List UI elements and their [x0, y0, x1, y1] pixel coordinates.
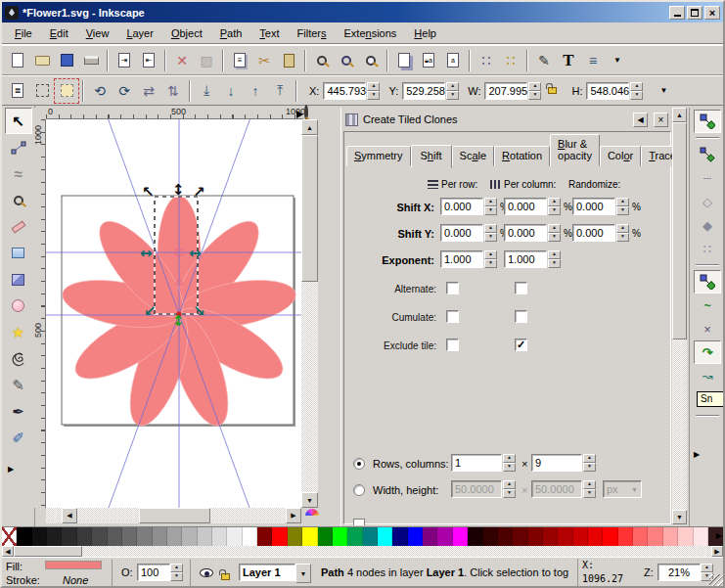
- cumulate-col-checkbox[interactable]: [515, 310, 527, 323]
- save-document-icon[interactable]: [55, 49, 78, 72]
- palette-swatch[interactable]: [62, 527, 76, 546]
- resize-grip[interactable]: [709, 574, 723, 588]
- toolbar-overflow-icon[interactable]: ▼: [606, 49, 629, 72]
- select-all-layers-icon[interactable]: [30, 79, 54, 103]
- flip-vertical-icon[interactable]: ⇅: [161, 79, 185, 103]
- palette-swatch[interactable]: [543, 527, 558, 546]
- w-spinner[interactable]: ▲▼: [528, 82, 541, 100]
- spinner[interactable]: ▲▼: [583, 480, 596, 498]
- spinner[interactable]: ▲▼: [503, 480, 516, 498]
- rotate-cw-icon[interactable]: ⟳: [113, 79, 136, 103]
- palette-swatch[interactable]: [347, 527, 362, 546]
- spinner[interactable]: ▲▼: [548, 198, 561, 215]
- rows-columns-radio[interactable]: [353, 458, 365, 470]
- ungroup-icon[interactable]: ∷: [499, 49, 522, 72]
- lower-to-bottom-icon[interactable]: ⤓: [195, 79, 218, 103]
- palette-swatch[interactable]: [227, 527, 242, 546]
- alternate-row-checkbox[interactable]: [446, 282, 459, 294]
- shift-y-row-input[interactable]: 0.000: [440, 224, 483, 242]
- canvas-vertical-scrollbar[interactable]: ▲ ▼: [301, 119, 318, 508]
- spinner[interactable]: ▲▼: [484, 198, 497, 215]
- shift-x-rand-input[interactable]: 0.000: [572, 198, 615, 215]
- menu-layer[interactable]: Layer: [117, 24, 162, 42]
- palette-swatch[interactable]: [77, 527, 92, 546]
- snap-bbox-corners-icon[interactable]: ◇: [694, 190, 721, 213]
- toolbar-overflow-icon[interactable]: ▼: [652, 79, 675, 103]
- tab-symmetry[interactable]: Symmetry: [346, 146, 411, 166]
- palette-swatch[interactable]: [588, 527, 603, 546]
- columns-input[interactable]: 9: [531, 454, 582, 472]
- snap-bbox-edge-midpoints-icon[interactable]: ◆: [694, 213, 721, 237]
- menu-edit[interactable]: Edit: [41, 24, 77, 42]
- tab-rotation[interactable]: Rotation: [494, 146, 550, 166]
- width-height-radio[interactable]: [353, 484, 365, 496]
- tab-shift[interactable]: Shift: [411, 145, 452, 168]
- snap-to-paths-icon[interactable]: ~: [694, 294, 721, 317]
- text-dialog-icon[interactable]: T: [557, 49, 580, 72]
- snapbar-overflow-icon[interactable]: ▶: [690, 450, 700, 459]
- palette-swatch[interactable]: [153, 527, 167, 546]
- palette-swatch[interactable]: [182, 527, 197, 546]
- palette-swatch[interactable]: [257, 527, 272, 546]
- pen-tool[interactable]: ✒: [5, 398, 32, 425]
- x-spinner[interactable]: ▲▼: [367, 82, 380, 100]
- export-icon[interactable]: ⇤: [137, 49, 160, 72]
- redo-icon[interactable]: ▨: [195, 49, 218, 72]
- dialog-dock-button[interactable]: ◀: [633, 113, 648, 127]
- palette-swatch[interactable]: [378, 527, 392, 546]
- cut-icon[interactable]: ✂: [252, 49, 276, 72]
- fill-color-swatch[interactable]: [45, 561, 102, 569]
- spinner[interactable]: ▲▼: [484, 250, 497, 268]
- shift-y-col-input[interactable]: 0.000: [504, 224, 547, 242]
- opacity-spinner[interactable]: ▲▼: [170, 564, 183, 581]
- maximize-button[interactable]: [687, 6, 702, 20]
- title-bar[interactable]: *Flower1.svg - Inkscape ×: [2, 2, 723, 23]
- minimize-button[interactable]: [669, 6, 685, 20]
- palette-swatch[interactable]: [392, 527, 407, 546]
- exclude-tile-row-checkbox[interactable]: [446, 339, 459, 351]
- palette-swatch[interactable]: [137, 527, 152, 546]
- spinner[interactable]: ▲▼: [484, 224, 497, 242]
- exponent-col-input[interactable]: 1.000: [504, 250, 547, 268]
- layers-dialog-icon[interactable]: ≡: [581, 49, 605, 72]
- snap-bbox-centers-icon[interactable]: ∷: [694, 237, 721, 260]
- palette-swatch[interactable]: [513, 527, 527, 546]
- cumulate-row-checkbox[interactable]: [446, 310, 459, 323]
- ellipse-tool[interactable]: [5, 293, 32, 319]
- palette-swatch[interactable]: [498, 527, 513, 546]
- rectangle-tool[interactable]: [5, 240, 32, 266]
- zoom-page-icon[interactable]: [359, 49, 383, 72]
- menu-path[interactable]: Path: [211, 24, 251, 42]
- select-all-icon[interactable]: ≣: [6, 79, 29, 103]
- menu-file[interactable]: File: [6, 24, 41, 42]
- palette-swatch[interactable]: [167, 527, 182, 546]
- layer-selector[interactable]: Layer 1: [239, 564, 295, 581]
- palette-swatch[interactable]: [243, 527, 257, 546]
- unlink-clone-icon[interactable]: a: [441, 49, 465, 72]
- spinner[interactable]: ▲▼: [616, 224, 629, 242]
- palette-swatch[interactable]: [198, 527, 212, 546]
- zoom-drawing-icon[interactable]: [335, 49, 358, 72]
- palette-swatch[interactable]: [573, 527, 588, 546]
- width-input[interactable]: 50.0000: [451, 480, 502, 498]
- box-3d-tool[interactable]: [5, 266, 32, 293]
- tab-blur-opacity[interactable]: Blur & opacity: [550, 134, 600, 166]
- tweak-tool[interactable]: ≈: [5, 160, 32, 187]
- canvas-horizontal-scrollbar[interactable]: ◀ ▶: [46, 508, 301, 523]
- palette-swatch[interactable]: [288, 527, 302, 546]
- height-input[interactable]: 50.0000: [531, 480, 582, 498]
- fill-stroke-icon[interactable]: ✎: [532, 49, 556, 72]
- menu-object[interactable]: Object: [162, 24, 211, 42]
- lock-ratio-icon[interactable]: [548, 87, 557, 94]
- palette-swatch[interactable]: [663, 527, 678, 546]
- h-input[interactable]: 548.046: [586, 82, 629, 100]
- enable-snapping-icon[interactable]: [694, 110, 721, 133]
- tab-color[interactable]: Color: [600, 146, 641, 166]
- snap-nodes-icon[interactable]: [694, 270, 721, 294]
- spiral-tool[interactable]: [5, 345, 32, 372]
- palette-swatch[interactable]: [318, 527, 333, 546]
- stroke-value[interactable]: None: [63, 574, 88, 586]
- menu-help[interactable]: Help: [405, 24, 445, 42]
- shift-x-row-input[interactable]: 0.000: [440, 198, 483, 215]
- palette-swatch[interactable]: [603, 527, 617, 546]
